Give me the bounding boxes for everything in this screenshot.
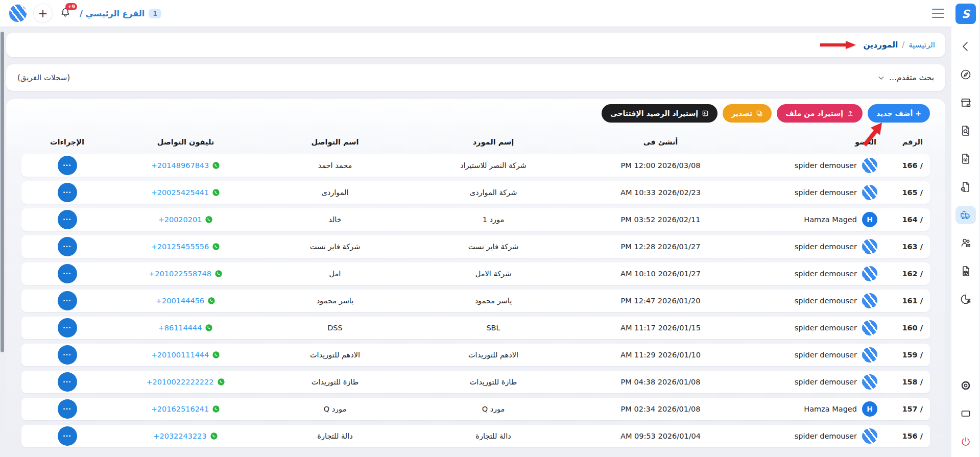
topbar-left-cluster: + +9 1 الفرع الرئيسي / — [9, 4, 161, 22]
advanced-search-toggle[interactable]: بحث متقدم... — [877, 73, 934, 82]
sidebar-item-reports[interactable] — [955, 290, 976, 308]
phone-link[interactable]: +20125455556 — [151, 243, 209, 251]
cell-actions: ... — [21, 237, 113, 256]
phone-link[interactable]: +2010022222222 — [146, 378, 213, 386]
page-scrollbar-thumb[interactable] — [1, 32, 4, 352]
sidebar-item-dashboard[interactable] — [955, 65, 976, 84]
import-from-file-button[interactable]: إستيراد من ملف — [777, 104, 863, 123]
row-actions-button[interactable]: ... — [58, 210, 77, 229]
row-actions-button[interactable]: ... — [58, 426, 77, 446]
cell-phone: +2010022222222 — [113, 378, 258, 386]
notifications-button[interactable]: +9 — [59, 7, 73, 20]
cell-contact-name: طازة للتوريدات — [258, 378, 412, 386]
table-row: 159 / spider demouser AM 11:29 2026/01/1… — [21, 344, 930, 366]
brand-logo-square: S — [955, 4, 976, 24]
cell-member: spider demouser — [746, 266, 881, 281]
whatsapp-icon[interactable] — [214, 270, 223, 278]
sidebar-item-returns[interactable] — [955, 178, 976, 196]
cell-supplier-name: شركة النصر للاستيراد — [412, 161, 575, 170]
phone-link[interactable]: +2032243223 — [153, 432, 206, 440]
cell-member: spider demouser — [746, 293, 881, 308]
whatsapp-icon[interactable] — [212, 243, 220, 251]
whatsapp-icon[interactable] — [212, 351, 220, 359]
cell-created-at: AM 11:17 2026/01/15 — [575, 324, 746, 332]
gear-icon — [960, 379, 972, 392]
phone-link[interactable]: +20020201 — [158, 215, 202, 224]
annotation-arrow-breadcrumb — [819, 41, 856, 49]
whatsapp-icon[interactable] — [210, 432, 218, 440]
toolbar: + أضف جديد إستيراد من ملف تصدير إستيراد … — [15, 104, 936, 123]
users-cash-icon — [960, 237, 972, 249]
import-icon — [702, 110, 709, 117]
whatsapp-icon[interactable] — [212, 161, 220, 170]
cell-created-at: PM 04:38 2026/01/08 — [575, 378, 746, 386]
row-actions-button[interactable]: ... — [58, 264, 77, 283]
window-icon — [960, 407, 972, 420]
table-row: 157 / H Hamza Maged PM 02:34 2026/01/08 … — [21, 398, 930, 420]
table-row: 156 / spider demouser AM 09:53 2026/01/0… — [21, 425, 930, 447]
member-name: spider demouser — [795, 432, 857, 440]
sidebar-item-invoices-info[interactable] — [955, 150, 976, 168]
breadcrumb-home-link[interactable]: الرئيسية — [909, 40, 935, 50]
cell-member: spider demouser — [746, 158, 881, 173]
sidebar-collapse-button[interactable] — [955, 37, 976, 56]
sidebar-item-products[interactable] — [955, 262, 976, 280]
sidebar-item-logout[interactable] — [955, 432, 976, 451]
app-logo-circle — [9, 5, 27, 22]
row-actions-button[interactable]: ... — [58, 183, 77, 202]
cell-member: spider demouser — [746, 374, 881, 390]
hamburger-menu-icon[interactable] — [932, 9, 944, 18]
row-actions-button[interactable]: ... — [58, 372, 77, 392]
add-new-button[interactable]: + أضف جديد — [868, 104, 930, 123]
whatsapp-icon[interactable] — [212, 188, 220, 197]
member-name: spider demouser — [795, 378, 857, 386]
sidebar-item-invoices-search[interactable] — [955, 122, 976, 140]
notification-badge: +9 — [65, 3, 77, 10]
phone-link[interactable]: +20162516241 — [151, 405, 209, 413]
row-actions-button[interactable]: ... — [58, 237, 77, 256]
phone-link[interactable]: +20148967843 — [151, 161, 209, 170]
row-actions-button[interactable]: ... — [58, 399, 77, 419]
cell-actions: ... — [21, 399, 113, 419]
phone-link[interactable]: +201022558748 — [149, 270, 211, 278]
sidebar-item-customers[interactable] — [955, 234, 976, 252]
member-name: spider demouser — [795, 270, 857, 278]
cell-created-at: PM 12:28 2026/01/27 — [575, 243, 746, 251]
cell-number: 161 / — [881, 297, 930, 305]
sidebar-item-suppliers[interactable] — [955, 206, 976, 224]
member-name: spider demouser — [795, 324, 857, 332]
cell-created-at: PM 12:47 2026/01/20 — [575, 297, 746, 305]
topbar: + +9 1 الفرع الرئيسي / — [0, 0, 951, 27]
export-button[interactable]: تصدير — [723, 104, 772, 123]
sidebar-item-settings[interactable] — [955, 376, 976, 395]
cell-actions: ... — [21, 372, 113, 392]
cell-supplier-name: شركة المواردى — [412, 188, 575, 197]
phone-link[interactable]: +20025425441 — [151, 188, 209, 197]
quick-add-button[interactable]: + — [34, 4, 52, 22]
sidebar: S — [951, 0, 980, 457]
whatsapp-icon[interactable] — [207, 297, 216, 305]
pie-chart-icon — [960, 293, 972, 305]
annotation-arrow-add-new — [859, 122, 885, 147]
cell-contact-name: شركة فاير نست — [258, 243, 412, 251]
whatsapp-icon[interactable] — [205, 324, 213, 332]
phone-link[interactable]: +86114444 — [158, 324, 202, 332]
import-opening-balance-button[interactable]: إستيراد الرصيد الإفتتاحى — [602, 104, 718, 123]
member-name: spider demouser — [795, 297, 857, 305]
cell-number: 162 / — [881, 270, 930, 278]
cell-contact-name: الادهم للتوريدات — [258, 351, 412, 359]
row-actions-button[interactable]: ... — [58, 345, 77, 365]
phone-link[interactable]: +200144456 — [156, 297, 204, 305]
whatsapp-icon[interactable] — [217, 378, 225, 386]
row-actions-button[interactable]: ... — [58, 156, 77, 175]
sidebar-item-window[interactable] — [955, 404, 976, 423]
row-actions-button[interactable]: ... — [58, 291, 77, 310]
cell-number: 160 / — [881, 324, 930, 332]
branch-breadcrumb[interactable]: 1 الفرع الرئيسي / — [80, 9, 161, 18]
row-actions-button[interactable]: ... — [58, 318, 77, 338]
phone-link[interactable]: +20100111444 — [151, 351, 209, 359]
whatsapp-icon[interactable] — [212, 405, 220, 413]
whatsapp-icon[interactable] — [205, 215, 213, 224]
table-header-row: الرقم العضو أنشئ فى إسم المورد اسم التوا… — [21, 130, 930, 154]
sidebar-item-store[interactable] — [955, 93, 976, 112]
